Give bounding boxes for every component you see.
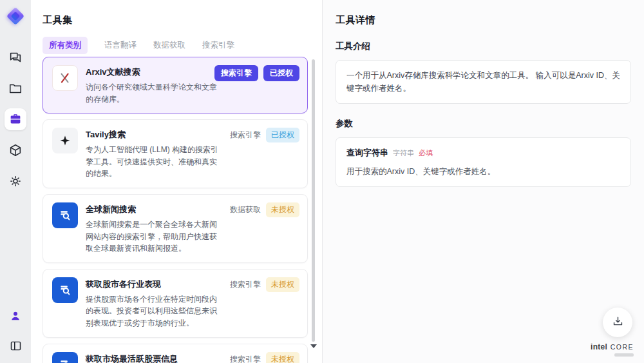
toolbox-icon: [8, 112, 23, 126]
app-window: 工具集 所有类别 语言翻译 数据获取 搜索引擎 Arxiv文献搜索 访问各个研究…: [0, 0, 644, 363]
cube-icon: [8, 143, 23, 157]
tool-name: Arxiv文献搜索: [86, 66, 223, 78]
tool-card-arxiv[interactable]: Arxiv文献搜索 访问各个研究领域大量科学论文和文章的存储库。 搜索引擎 已授…: [43, 57, 308, 113]
auth-status-badge: 未授权: [266, 277, 299, 292]
list-scrollbar[interactable]: [312, 59, 315, 342]
required-badge: 必填: [419, 148, 433, 159]
settings-gear-icon: [8, 174, 23, 188]
category-badge: 数据获取: [230, 202, 261, 217]
intel-core-logo: intel CORE: [591, 340, 634, 357]
tab-all-categories[interactable]: 所有类别: [43, 37, 88, 54]
tab-language-translation[interactable]: 语言翻译: [104, 40, 137, 51]
layout-panel-icon: [9, 339, 23, 353]
parameter-name: 查询字符串: [346, 146, 388, 160]
user-icon: [9, 309, 22, 322]
rail-bottom: [5, 305, 26, 357]
sidebar-item-packages[interactable]: [5, 139, 26, 161]
download-icon: [612, 315, 624, 330]
intro-heading: 工具介绍: [336, 41, 631, 52]
category-badge[interactable]: 搜索引擎: [214, 65, 258, 81]
news-search-icon: [52, 202, 78, 228]
news-search-icon: [52, 277, 78, 303]
logo-sub-bar: [614, 353, 634, 357]
parameter-description: 用于搜索的Arxiv ID、关键字或作者姓名。: [346, 165, 620, 178]
chat-icon: [8, 50, 23, 64]
tool-name: 全球新闻搜索: [86, 204, 223, 215]
sparkle-icon: [52, 128, 78, 153]
tool-description: 专为人工智能代理 (LLM) 构建的搜索引擎工具。可快速提供实时、准确和真实的结…: [86, 144, 223, 180]
tool-name: Tavily搜索: [86, 129, 223, 141]
page-title: 工具集: [31, 0, 322, 26]
sidebar-item-files[interactable]: [5, 77, 26, 99]
auth-status-badge: 未授权: [266, 202, 299, 217]
tool-card-global-news[interactable]: 全球新闻搜索 全球新闻搜索是一个聚合全球各大新闻网站内容的搜索引擎，帮助用户快速…: [43, 194, 308, 263]
intro-box: 一个用于从Arxiv存储库搜索科学论文和文章的工具。 输入可以是Arxiv ID…: [336, 60, 631, 104]
tool-detail-panel: 工具详情 工具介绍 一个用于从Arxiv存储库搜索科学论文和文章的工具。 输入可…: [322, 0, 644, 363]
category-badge: 搜索引擎: [230, 352, 261, 363]
category-badge: 搜索引擎: [230, 277, 261, 292]
sidebar-item-tools[interactable]: [5, 108, 26, 130]
intel-logo-text: intel: [591, 342, 607, 351]
folder-icon: [8, 81, 23, 95]
arxiv-logo-icon: [52, 65, 78, 91]
tool-list-panel: 工具集 所有类别 语言翻译 数据获取 搜索引擎 Arxiv文献搜索 访问各个研究…: [31, 0, 322, 363]
left-rail: [0, 0, 31, 363]
download-button[interactable]: [603, 308, 632, 337]
tool-name: 获取市场最活跃股票信息: [86, 353, 223, 363]
category-badge: 搜索引擎: [230, 128, 261, 142]
app-logo[interactable]: [5, 6, 26, 28]
scroll-down-arrow[interactable]: [310, 344, 317, 348]
detail-title: 工具详情: [336, 14, 631, 26]
sidebar-item-settings[interactable]: [5, 170, 26, 192]
tool-name: 获取股市各行业表现: [86, 279, 223, 290]
tool-description: 提供股票市场各个行业在特定时间段内的表现。投资者可以利用这些信息来识别表现优于或…: [86, 293, 223, 329]
parameter-box: 查询字符串 字符串 必填 用于搜索的Arxiv ID、关键字或作者姓名。: [336, 137, 631, 187]
core-logo-text: CORE: [611, 343, 634, 351]
params-heading: 参数: [336, 118, 631, 130]
sidebar-item-chat[interactable]: [5, 46, 26, 68]
sidebar-item-collapse[interactable]: [5, 335, 26, 357]
auth-status-badge[interactable]: 已授权: [263, 65, 299, 81]
tool-description: 全球新闻搜索是一个聚合全球各大新闻网站内容的搜索引擎，帮助用户快速获取全球最新资…: [86, 219, 223, 255]
news-search-icon: [52, 352, 78, 363]
tab-search-engine[interactable]: 搜索引擎: [202, 40, 234, 51]
tool-card-tavily[interactable]: Tavily搜索 专为人工智能代理 (LLM) 构建的搜索引擎工具。可快速提供实…: [43, 119, 308, 188]
tool-description: 访问各个研究领域大量科学论文和文章的存储库。: [86, 81, 223, 105]
tab-data-fetching[interactable]: 数据获取: [153, 40, 185, 51]
auth-status-badge: 已授权: [266, 128, 299, 142]
rail-nav: [5, 46, 26, 192]
sidebar-item-account[interactable]: [5, 305, 26, 327]
auth-status-badge: 未授权: [266, 352, 299, 363]
tool-card-active-stocks[interactable]: 获取市场最活跃股票信息 提供当天交易量最高的股票列表。投资者可以利用这些信息来识…: [43, 344, 308, 363]
tool-card-sector-performance[interactable]: 获取股市各行业表现 提供股票市场各个行业在特定时间段内的表现。投资者可以利用这些…: [43, 269, 308, 338]
tool-card-list: Arxiv文献搜索 访问各个研究领域大量科学论文和文章的存储库。 搜索引擎 已授…: [43, 57, 308, 363]
parameter-type: 字符串: [393, 148, 414, 159]
